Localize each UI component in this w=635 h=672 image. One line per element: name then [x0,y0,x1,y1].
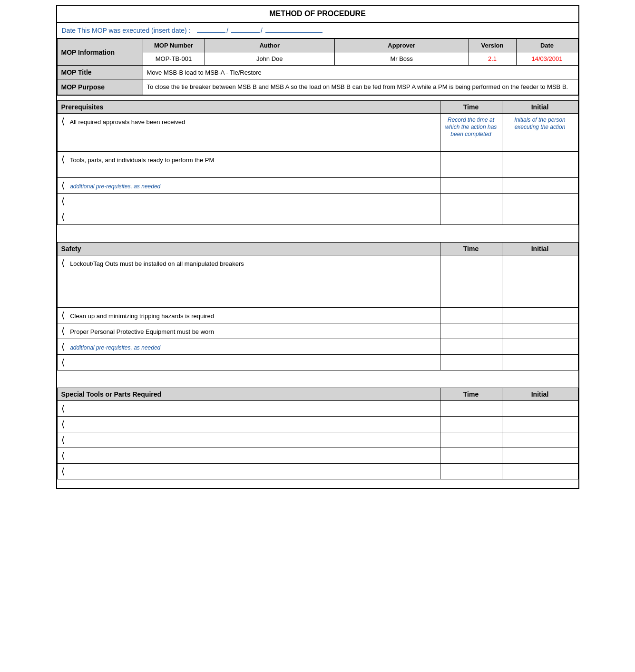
date-value: 14/03/2001 [516,52,578,66]
prerequisites-time-header: Time [440,100,502,113]
safety-row-4: ⟨ additional pre-requisites, as needed [57,339,440,354]
prereq-row-2: ⟨ Tools, parts, and individuals ready to… [57,151,440,177]
safety-time-header: Time [440,242,502,255]
brace-icon: ⟨ [61,358,65,367]
safety-time-2 [440,307,502,323]
safety-initial-3 [502,323,578,339]
date-label: Date This MOP was executed [62,27,150,34]
brace-icon: ⟨ [61,419,65,429]
brace-icon: ⟨ [61,326,65,336]
mop-title-value: Move MSB-B load to MSB-A - Tie/Restore [143,66,578,79]
brace-icon: ⟨ [61,155,65,164]
safety-row-1: ⟨ Lockout/Tag Outs must be installed on … [57,255,440,307]
date-field-2[interactable] [231,32,260,33]
safety-row-3: ⟨ Proper Personal Protective Equipment m… [57,323,440,339]
safety-row-5: ⟨ [57,354,440,370]
mop-info-label: MOP Information [57,39,143,66]
tools-initial-2 [502,416,578,432]
brace-icon: ⟨ [61,117,65,126]
safety-initial-header: Initial [502,242,578,255]
tools-row-1: ⟨ [57,400,440,416]
tools-time-4 [440,448,502,463]
prereq-row-5: ⟨ [57,209,440,224]
prereq-time-1: Record the time at which the action has … [440,113,502,151]
brace-icon: ⟨ [61,181,65,190]
mop-info-table: MOP Information MOP Number Author Approv… [57,39,578,96]
date-field-3[interactable] [265,32,322,33]
prereq-time-2 [440,151,502,177]
special-tools-table: Special Tools or Parts Required Time Ini… [57,388,578,479]
special-tools-time-header: Time [440,388,502,400]
tools-row-2: ⟨ [57,416,440,432]
safety-initial-2 [502,307,578,323]
safety-row-2: ⟨ Clean up and minimizing tripping hazar… [57,307,440,323]
prerequisites-initial-header: Initial [502,100,578,113]
brace-icon: ⟨ [61,467,65,476]
approver-value: Mr Boss [334,52,469,66]
prereq-time-3 [440,177,502,193]
prereq-initial-4 [502,193,578,209]
date-row: Date This MOP was executed (insert date)… [57,23,578,39]
tools-row-5: ⟨ [57,463,440,479]
safety-time-1 [440,255,502,307]
page-container: METHOD OF PROCEDURE Date This MOP was ex… [56,5,579,489]
author-value: John Doe [205,52,334,66]
prereq-row-4: ⟨ [57,193,440,209]
mop-number-header: MOP Number [143,39,205,52]
date-field-1[interactable] [197,32,225,33]
author-header: Author [205,39,334,52]
safety-time-3 [440,323,502,339]
special-tools-header: Special Tools or Parts Required [57,388,440,400]
brace-icon: ⟨ [61,311,65,320]
safety-time-4 [440,339,502,354]
mop-title-label: MOP Title [57,66,143,79]
date-header: Date [516,39,578,52]
version-value: 2.1 [469,52,516,66]
brace-icon: ⟨ [61,404,65,413]
initial-hint: Initials of the person executing the act… [514,117,565,130]
prereq-time-5 [440,209,502,224]
date-insert: (insert date) : [151,27,190,34]
safety-time-5 [440,354,502,370]
tools-time-1 [440,400,502,416]
prerequisites-table: Prerequisites Time Initial ⟨ All require… [57,100,578,225]
tools-row-3: ⟨ [57,432,440,448]
brace-icon: ⟨ [61,212,65,222]
safety-table: Safety Time Initial ⟨ Lockout/Tag Outs m… [57,242,578,370]
safety-initial-5 [502,354,578,370]
safety-initial-1 [502,255,578,307]
tools-time-2 [440,416,502,432]
tools-row-4: ⟨ [57,448,440,463]
brace-icon: ⟨ [61,451,65,460]
prereq-initial-2 [502,151,578,177]
tools-initial-5 [502,463,578,479]
tools-initial-4 [502,448,578,463]
mop-purpose-value: To close the tie breaker between MSB B a… [143,79,578,95]
main-title: METHOD OF PROCEDURE [57,6,578,23]
mop-purpose-label: MOP Purpose [57,79,143,95]
mop-number-value: MOP-TB-001 [143,52,205,66]
prereq-time-4 [440,193,502,209]
prereq-initial-1: Initials of the person executing the act… [502,113,578,151]
safety-header: Safety [57,242,440,255]
safety-initial-4 [502,339,578,354]
version-header: Version [469,39,516,52]
tools-initial-1 [502,400,578,416]
prerequisites-header: Prerequisites [57,100,440,113]
prereq-row-1: ⟨ All required approvals have been recei… [57,113,440,151]
tools-initial-3 [502,432,578,448]
prereq-row-3: ⟨ additional pre-requisites, as needed [57,177,440,193]
brace-icon: ⟨ [61,196,65,206]
time-hint: Record the time at which the action has … [445,117,497,137]
prereq-initial-5 [502,209,578,224]
tools-time-3 [440,432,502,448]
brace-icon: ⟨ [61,435,65,445]
brace-icon: ⟨ [61,342,65,351]
approver-header: Approver [334,39,469,52]
prereq-initial-3 [502,177,578,193]
special-tools-initial-header: Initial [502,388,578,400]
tools-time-5 [440,463,502,479]
brace-icon: ⟨ [61,258,65,268]
